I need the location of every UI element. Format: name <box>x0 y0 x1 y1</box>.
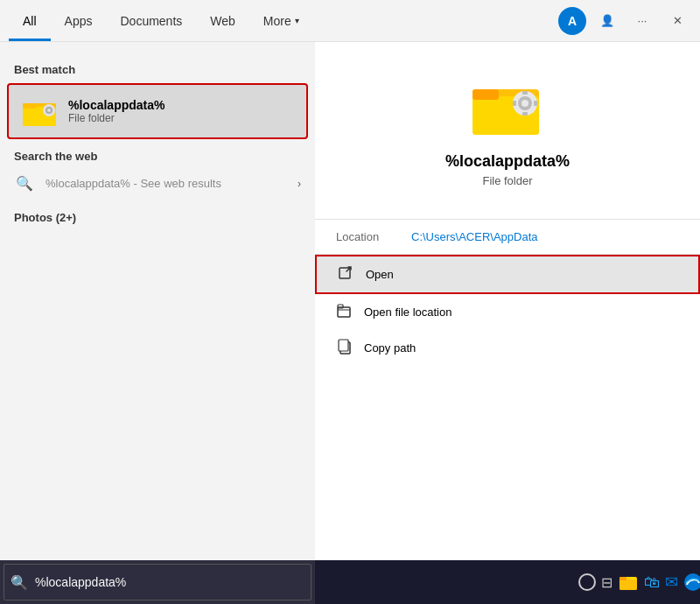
svg-rect-21 <box>339 340 348 351</box>
open-file-location-button[interactable]: Open file location <box>315 294 700 330</box>
mail-icon[interactable]: ✉ <box>665 566 678 598</box>
folder-svg <box>23 96 58 127</box>
best-match-type: File folder <box>68 112 164 124</box>
close-icon: ✕ <box>673 14 682 27</box>
action-buttons: Open Open file location <box>315 255 700 366</box>
top-nav: All Apps Documents Web More ▾ A 👤 <box>0 0 700 42</box>
search-window: All Apps Documents Web More ▾ A 👤 <box>0 0 700 560</box>
taskbar: 🔍 ⊟ 🛍 ✉ <box>0 560 700 604</box>
svg-rect-23 <box>620 579 637 590</box>
close-btn[interactable]: ✕ <box>663 7 691 35</box>
location-label: Location <box>336 230 397 243</box>
tab-documents[interactable]: Documents <box>106 0 196 41</box>
copy-icon <box>336 339 354 357</box>
person-icon-btn[interactable]: 👤 <box>593 7 621 35</box>
store-icon[interactable]: 🛍 <box>644 566 660 598</box>
tab-more[interactable]: More ▾ <box>249 0 313 41</box>
svg-rect-14 <box>522 112 528 116</box>
file-location-icon <box>336 303 354 321</box>
photos-label: Photos (2+) <box>0 200 315 228</box>
left-panel: Best match <box>0 42 315 560</box>
svg-rect-9 <box>472 89 499 100</box>
web-search-item[interactable]: 🔍 %localappdata% - See web results › <box>0 166 315 200</box>
search-bar-area[interactable]: 🔍 <box>0 560 315 604</box>
copy-path-button[interactable]: Copy path <box>315 330 700 366</box>
taskbar-search-icon: 🔍 <box>10 574 28 591</box>
edge-icon[interactable] <box>683 566 700 598</box>
copy-path-label: Copy path <box>364 341 416 355</box>
svg-rect-3 <box>23 103 37 109</box>
ellipsis-icon: ··· <box>638 14 648 27</box>
web-search-text: %localappdata% - See web results <box>46 177 221 190</box>
content-area: Best match <box>0 42 700 560</box>
result-meta: Location C:\Users\ACER\AppData <box>315 220 700 255</box>
tab-all[interactable]: All <box>9 0 51 41</box>
chevron-down-icon: ▾ <box>295 16 299 25</box>
person-icon: 👤 <box>600 14 614 27</box>
chevron-right-icon: › <box>298 178 301 190</box>
right-panel: %localappdata% File folder Location C:\U… <box>315 42 700 560</box>
more-options-btn[interactable]: ··· <box>628 7 656 35</box>
result-type: File folder <box>482 174 532 187</box>
taskbar-search-input[interactable] <box>35 575 304 589</box>
svg-rect-18 <box>338 307 350 317</box>
open-icon <box>338 265 355 284</box>
result-folder-icon <box>472 77 542 138</box>
svg-point-12 <box>522 100 528 107</box>
svg-rect-15 <box>513 101 516 106</box>
nav-tabs: All Apps Documents Web More ▾ <box>9 0 558 41</box>
result-detail: %localappdata% File folder <box>315 42 700 205</box>
location-value: C:\Users\ACER\AppData <box>411 230 538 243</box>
svg-point-6 <box>47 109 51 112</box>
taskbar-icons: ⊟ 🛍 ✉ <box>315 560 700 604</box>
windows-search-icon[interactable] <box>578 566 596 598</box>
svg-rect-13 <box>522 91 528 95</box>
nav-icons: A 👤 ··· ✕ <box>558 7 691 35</box>
task-view-icon[interactable]: ⊟ <box>601 566 612 598</box>
search-icon: 🔍 <box>14 175 35 192</box>
open-button[interactable]: Open <box>315 255 700 294</box>
avatar[interactable]: A <box>558 7 586 35</box>
svg-rect-16 <box>534 101 537 106</box>
best-match-text: %localappdata% File folder <box>68 98 164 124</box>
best-match-item[interactable]: %localappdata% File folder <box>7 83 308 139</box>
svg-rect-24 <box>620 577 626 580</box>
best-match-label: Best match <box>0 56 315 80</box>
file-explorer-icon[interactable] <box>618 566 639 598</box>
result-name: %localappdata% <box>445 152 570 171</box>
search-web-label: Search the web <box>0 143 315 166</box>
open-label: Open <box>366 268 394 281</box>
open-file-location-label: Open file location <box>364 306 452 319</box>
tab-apps[interactable]: Apps <box>51 0 107 41</box>
tab-web[interactable]: Web <box>196 0 249 41</box>
folder-icon <box>23 94 58 129</box>
best-match-name: %localappdata% <box>68 98 164 112</box>
